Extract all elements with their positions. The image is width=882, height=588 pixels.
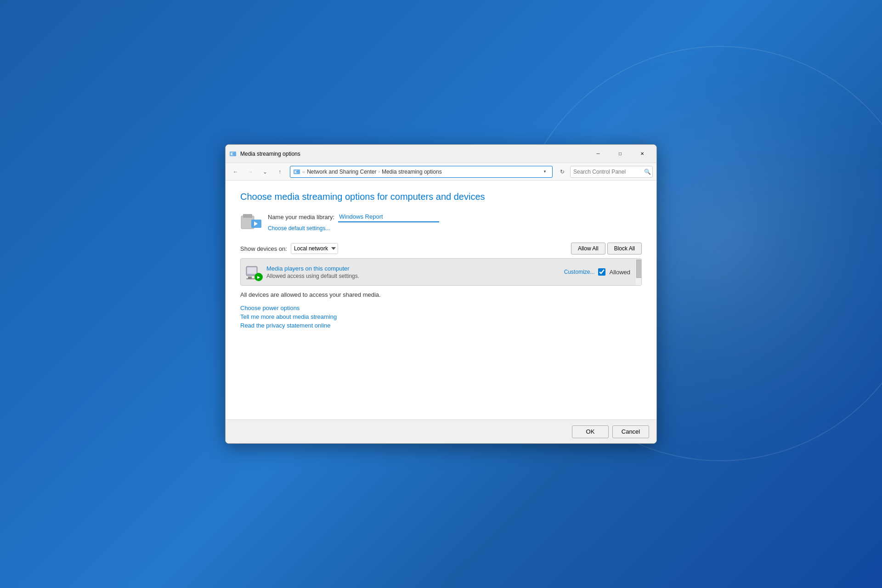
name-label: Name your media library:: [268, 214, 334, 220]
main-content: Choose media streaming options for compu…: [226, 181, 656, 419]
window-controls: ─ □ ✕: [588, 147, 653, 161]
table-row: ▶ Media players on this computer Allowed…: [241, 259, 635, 285]
tell-me-more-link[interactable]: Tell me more about media streaming: [240, 313, 642, 320]
media-library-row: Name your media library: Choose default …: [240, 211, 642, 233]
breadcrumb-prefix: «: [302, 169, 305, 175]
address-dropdown-button[interactable]: ▼: [540, 167, 549, 176]
forward-button[interactable]: →: [244, 165, 257, 178]
minimize-button[interactable]: ─: [588, 147, 609, 161]
breadcrumb-parent[interactable]: Network and Sharing Center: [307, 169, 376, 175]
device-list-inner: ▶ Media players on this computer Allowed…: [241, 259, 635, 285]
device-info: Media players on this computer Allowed a…: [266, 265, 560, 279]
breadcrumb-separator: ›: [379, 169, 380, 174]
breadcrumb: Network and Sharing Center › Media strea…: [307, 169, 538, 175]
scrollbar-track[interactable]: [635, 259, 641, 285]
page-title: Choose media streaming options for compu…: [240, 192, 642, 202]
svg-rect-11: [247, 267, 256, 274]
device-name[interactable]: Media players on this computer: [266, 265, 560, 272]
back-button[interactable]: ←: [229, 165, 242, 178]
link-list: Choose power options Tell me more about …: [240, 305, 642, 329]
choose-power-options-link[interactable]: Choose power options: [240, 305, 642, 311]
block-all-button[interactable]: Block All: [607, 243, 642, 254]
network-select[interactable]: Local network: [291, 243, 338, 254]
footer: OK Cancel: [226, 419, 656, 443]
main-window: Media streaming options ─ □ ✕ ← → ⌄ ↑ « …: [225, 144, 657, 444]
name-row: Name your media library:: [268, 211, 439, 222]
customize-link[interactable]: Customize...: [564, 269, 595, 275]
show-devices-left: Show devices on: Local network: [240, 243, 338, 254]
nav-bar: ← → ⌄ ↑ « Network and Sharing Center › M…: [226, 163, 656, 181]
media-name-input[interactable]: [338, 211, 439, 222]
device-description: Allowed access using default settings.: [266, 273, 560, 279]
search-input[interactable]: [573, 169, 642, 175]
play-icon: ▶: [254, 273, 263, 281]
allow-all-button[interactable]: Allow All: [571, 243, 605, 254]
media-library-icon: [240, 211, 262, 233]
allowed-checkbox[interactable]: [598, 268, 605, 276]
show-devices-row: Show devices on: Local network Allow All…: [240, 243, 642, 254]
all-devices-text: All devices are allowed to access your s…: [240, 291, 642, 298]
allowed-label: Allowed: [609, 269, 630, 276]
cancel-button[interactable]: Cancel: [612, 425, 649, 438]
svg-rect-7: [243, 214, 252, 218]
maximize-button[interactable]: □: [610, 147, 631, 161]
window-title: Media streaming options: [240, 151, 584, 157]
privacy-statement-link[interactable]: Read the privacy statement online: [240, 322, 642, 329]
action-buttons: Allow All Block All: [571, 243, 642, 254]
device-icon: ▶: [245, 264, 262, 280]
show-devices-label: Show devices on:: [240, 245, 287, 252]
search-box: 🔍: [570, 166, 653, 178]
refresh-button[interactable]: ↻: [556, 166, 568, 178]
svg-rect-12: [248, 277, 252, 278]
breadcrumb-current: Media streaming options: [382, 169, 442, 175]
search-button[interactable]: 🔍: [644, 169, 651, 175]
recent-locations-button[interactable]: ⌄: [259, 165, 271, 178]
scrollbar-thumb[interactable]: [636, 260, 642, 278]
title-bar: Media streaming options ─ □ ✕: [226, 145, 656, 163]
address-bar[interactable]: « Network and Sharing Center › Media str…: [290, 166, 553, 178]
media-library-form: Name your media library: Choose default …: [268, 211, 439, 232]
up-button[interactable]: ↑: [273, 165, 286, 178]
ok-button[interactable]: OK: [572, 425, 609, 438]
device-actions: Customize... Allowed: [564, 268, 630, 276]
window-icon: [229, 150, 237, 158]
choose-default-link[interactable]: Choose default settings...: [268, 225, 439, 232]
address-icon: [293, 168, 300, 175]
close-button[interactable]: ✕: [632, 147, 653, 161]
device-list: ▶ Media players on this computer Allowed…: [240, 258, 642, 286]
